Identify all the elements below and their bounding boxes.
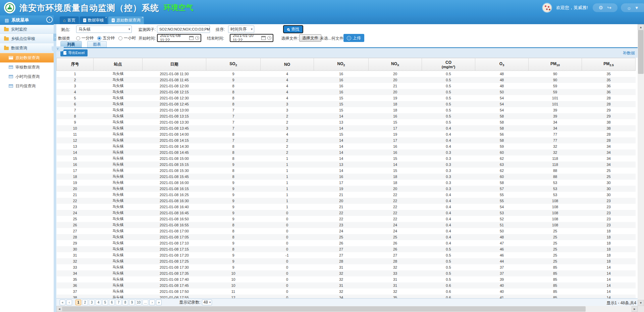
- close-icon[interactable]: ×: [105, 16, 107, 19]
- table-row[interactable]: 6马头镇2021-01-08 12:458315180.55410128: [57, 101, 636, 107]
- avatar[interactable]: [542, 3, 552, 13]
- table-row[interactable]: 20马头镇2021-01-08 16:159119200.3575330: [57, 186, 636, 192]
- page-button[interactable]: 3: [89, 300, 95, 305]
- scroll-down-icon[interactable]: ▼: [638, 300, 644, 306]
- clock-icon[interactable]: [195, 36, 199, 40]
- prev-page-button[interactable]: ‹: [66, 300, 72, 305]
- table-row[interactable]: 21马头镇2021-01-08 16:259121220.4555330: [57, 192, 636, 198]
- calendar-icon[interactable]: [261, 36, 266, 40]
- horizontal-scrollbar[interactable]: ◄ ►: [56, 306, 638, 312]
- sidebar-splitter[interactable]: [54, 15, 56, 312]
- table-row[interactable]: 4马头镇2021-01-08 12:158416200.5505936: [57, 89, 636, 95]
- query-panel-collapse-handle[interactable]: ∨: [52, 46, 64, 51]
- gear-icon[interactable]: ⚙: [599, 5, 603, 11]
- table-row[interactable]: 25马头镇2021-01-08 16:509022220.45210823: [57, 216, 636, 222]
- choose-file-button[interactable]: 选择文件: [299, 34, 321, 42]
- sort-select[interactable]: 时间升序 ▾: [228, 26, 254, 33]
- table-row[interactable]: 17马头镇2021-01-08 15:308114150.3628825: [57, 168, 636, 174]
- table-row[interactable]: 1马头镇2021-01-08 11:309416200.5489035: [57, 71, 636, 77]
- datatype-radio[interactable]: 一分钟: [76, 35, 94, 41]
- vertical-scrollbar[interactable]: ▲ ▼: [638, 24, 644, 312]
- table-row[interactable]: 27马头镇2021-01-08 17:008024240.4502518: [57, 228, 636, 234]
- tab-home[interactable]: ⌂ 首页: [60, 16, 79, 24]
- page-button[interactable]: 10: [136, 300, 142, 305]
- table-cell: 9: [206, 216, 261, 222]
- table-row[interactable]: 26马头镇2021-01-08 16:558023240.45110823: [57, 222, 636, 228]
- tab-raw-data-query[interactable]: 原始数据查询 ×: [108, 16, 144, 24]
- table-row[interactable]: 31马头镇2021-01-08 17:209-127270.5462518: [57, 252, 636, 258]
- table-row[interactable]: 9马头镇2021-01-08 13:307213150.5583438: [57, 119, 636, 125]
- table-row[interactable]: 11马头镇2021-01-08 14:008415190.4567728: [57, 131, 636, 137]
- table-row[interactable]: 15马头镇2021-01-08 15:008114150.36211834: [57, 155, 636, 162]
- table-row[interactable]: 16马头镇2021-01-08 15:159113140.36311834: [57, 162, 636, 168]
- search-button[interactable]: 查找: [283, 25, 303, 33]
- table-cell: 26: [57, 222, 94, 228]
- tab-data-audit[interactable]: 数据审核 ×: [80, 16, 107, 24]
- table-row[interactable]: 37马头镇2021-01-08 17:5011032320.6408514: [57, 288, 636, 295]
- table-row[interactable]: 36马头镇2021-01-08 17:4510031310.6408514: [57, 282, 636, 288]
- export-excel-button[interactable]: 导出Excel: [60, 49, 88, 56]
- table-row[interactable]: 3马头镇2021-01-08 12:008416210.5485936: [57, 83, 636, 89]
- table-row[interactable]: 14马头镇2021-01-08 14:458214160.3603234: [57, 149, 636, 155]
- table-row[interactable]: 28马头镇2021-01-08 17:058025250.4482518: [57, 234, 636, 240]
- table-row[interactable]: 32马头镇2021-01-08 17:259028280.5442518: [57, 258, 636, 264]
- close-icon[interactable]: ×: [142, 16, 144, 19]
- page-button[interactable]: 9: [129, 300, 135, 305]
- patch-data-link[interactable]: 补数据: [623, 50, 635, 56]
- datatype-radio[interactable]: 五分钟: [97, 35, 115, 41]
- table-row[interactable]: 29马头镇2021-01-08 17:109026260.4472518: [57, 240, 636, 246]
- calendar-icon[interactable]: [189, 36, 194, 40]
- factor-select[interactable]: SO2;NO;NO2;NOX;CO;O3;PM10;PM2 ▾: [157, 26, 210, 33]
- datatype-radio[interactable]: 一小时: [118, 35, 136, 41]
- horizontal-scroll-thumb[interactable]: [62, 306, 586, 312]
- page-button[interactable]: 4: [96, 300, 101, 305]
- table-row[interactable]: 35马头镇2021-01-08 17:4010032310.5398514: [57, 276, 636, 282]
- page-button[interactable]: 2: [82, 300, 88, 305]
- sidebar-item-raw-data-query[interactable]: 原始数据查询: [0, 53, 54, 62]
- table-row[interactable]: 10马头镇2021-01-08 13:457314170.4583438: [57, 125, 636, 131]
- page-button[interactable]: ...: [143, 300, 148, 305]
- sidebar-item-data-query[interactable]: 数据查询: [0, 44, 54, 53]
- sidebar-item-audit-data-query[interactable]: 审核数据查询: [0, 62, 54, 72]
- scroll-right-icon[interactable]: ►: [632, 306, 638, 312]
- table-row[interactable]: 5马头镇2021-01-08 12:308415190.55410128: [57, 95, 636, 101]
- page-button[interactable]: 5: [102, 300, 108, 305]
- logout-icon[interactable]: ↪: [607, 5, 611, 11]
- table-row[interactable]: 23马头镇2021-01-08 16:409121220.45410823: [57, 204, 636, 210]
- table-row[interactable]: 22马头镇2021-01-08 16:309120220.45510823: [57, 198, 636, 204]
- first-page-button[interactable]: «: [60, 300, 65, 305]
- table-row[interactable]: 13马头镇2021-01-08 14:308214160.4593234: [57, 143, 636, 149]
- table-row[interactable]: 18马头镇2021-01-08 15:458116180.3608825: [57, 174, 636, 180]
- table-cell: 108: [529, 210, 582, 216]
- table-row[interactable]: 12马头镇2021-01-08 14:157214170.4587728: [57, 137, 636, 143]
- page-size-select[interactable]: 48 ▾: [202, 300, 212, 305]
- sidebar-item-daily-average-query[interactable]: 日均值查询: [0, 81, 54, 91]
- table-row[interactable]: 24马头镇2021-01-08 16:459022220.45310823: [57, 210, 636, 216]
- scroll-up-icon[interactable]: ▲: [638, 24, 644, 30]
- next-page-button[interactable]: ›: [149, 300, 155, 305]
- page-button[interactable]: 8: [122, 300, 128, 305]
- station-select[interactable]: 马头镇 ▾: [76, 26, 132, 33]
- page-button[interactable]: 1: [75, 300, 81, 305]
- table-row[interactable]: 30马头镇2021-01-08 17:158027260.5462518: [57, 246, 636, 252]
- page-button[interactable]: 6: [109, 300, 115, 305]
- page-button[interactable]: 7: [116, 300, 121, 305]
- table-cell: 22: [314, 216, 369, 222]
- table-row[interactable]: 19马头镇2021-01-08 16:009117180.3585330: [57, 180, 636, 186]
- table-row[interactable]: 2马头镇2021-01-08 11:459416200.5489035: [57, 77, 636, 83]
- weather-icon[interactable]: ☼: [627, 5, 632, 11]
- sidebar-item-township-review[interactable]: 乡镇点位审核: [0, 34, 54, 44]
- sidebar-item-hourly-average-query[interactable]: 小时均值查询: [0, 72, 54, 81]
- vertical-scroll-thumb[interactable]: [638, 30, 644, 74]
- scroll-left-icon[interactable]: ◄: [56, 306, 62, 312]
- caret-down-icon[interactable]: ▾: [635, 5, 638, 11]
- table-row[interactable]: 7马头镇2021-01-08 13:007315180.5543929: [57, 107, 636, 113]
- sidebar-collapse-button[interactable]: ‹: [46, 16, 53, 23]
- clock-icon[interactable]: [267, 36, 271, 40]
- table-row[interactable]: 8马头镇2021-01-08 13:157214160.5583929: [57, 113, 636, 119]
- last-page-button[interactable]: »: [156, 300, 162, 305]
- tab-chart-view[interactable]: 图表: [87, 41, 107, 47]
- sidebar-item-realtime[interactable]: 实时监控: [0, 25, 54, 34]
- table-row[interactable]: 33马头镇2021-01-08 17:309031320.5378514: [57, 264, 636, 270]
- table-row[interactable]: 34马头镇2021-01-08 17:3510032330.5378514: [57, 270, 636, 276]
